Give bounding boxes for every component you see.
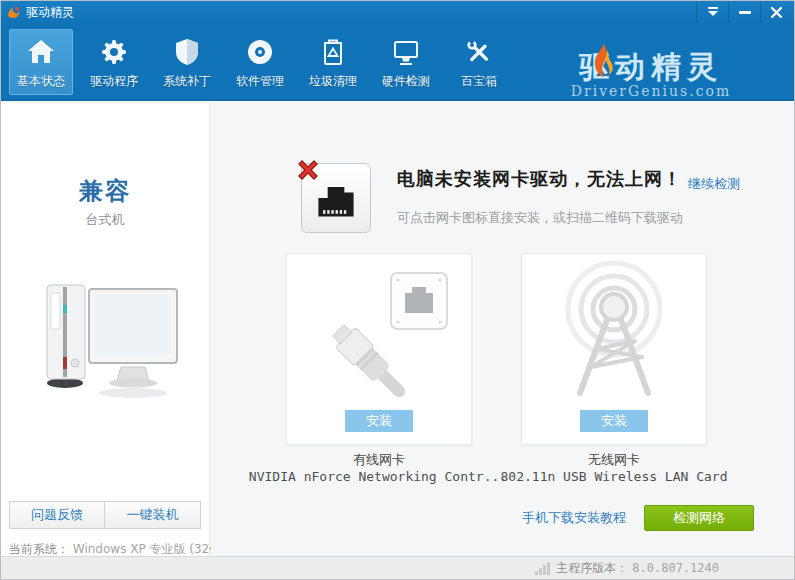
- version-value: 8.0.807.1240: [632, 561, 719, 575]
- system-value: Windows XP 专业版 (32位): [73, 542, 226, 556]
- one-click-setup-button[interactable]: 一键装机: [105, 501, 201, 529]
- minimize-button[interactable]: [728, 1, 760, 23]
- feedback-button[interactable]: 问题反馈: [9, 501, 105, 529]
- navbar: 基本状态 驱动程序: [1, 23, 794, 101]
- minimize-icon: [739, 11, 751, 14]
- tab-label: 百宝箱: [461, 73, 497, 90]
- antenna-tower-image: [522, 256, 706, 406]
- tab-label: 垃圾清理: [309, 73, 357, 90]
- tab-toolbox[interactable]: 百宝箱: [447, 29, 511, 95]
- tab-label: 软件管理: [236, 73, 284, 90]
- menu-chevron-button[interactable]: [696, 1, 728, 23]
- detect-network-button[interactable]: 检测网络: [644, 505, 754, 531]
- error-x-icon: [293, 155, 323, 185]
- brand-flame-icon: [590, 43, 618, 79]
- wireless-card-device: 802.11n USB Wireless LAN Card: [461, 469, 767, 484]
- chevron-down-icon: [707, 7, 719, 17]
- sidebar: 兼容 台式机 问题反馈 一键装机 当前系统： Windows XP 专业版 (3…: [1, 103, 210, 556]
- brand-name: 驱动精灵: [556, 51, 746, 83]
- wired-network-card[interactable]: 安装: [286, 253, 472, 445]
- tab-label: 系统补丁: [163, 73, 211, 90]
- tab-drivers[interactable]: 驱动程序: [82, 29, 146, 95]
- tab-system-patches[interactable]: 系统补丁: [155, 29, 219, 95]
- brand-logo: 驱动精灵 DriverGenius.com: [556, 51, 746, 99]
- signal-bars-icon: [535, 562, 550, 575]
- app-window: 驱动精灵: [0, 0, 795, 580]
- install-wired-button[interactable]: 安装: [345, 410, 413, 432]
- sidebar-buttons: 问题反馈 一键装机: [9, 501, 201, 529]
- desktop-computer-image: [23, 271, 188, 406]
- disc-icon: [243, 35, 277, 69]
- titlebar: 驱动精灵: [1, 1, 794, 23]
- tab-label: 基本状态: [17, 73, 65, 90]
- recycle-bin-icon: [316, 35, 350, 69]
- app-logo-flame-icon: [6, 4, 22, 20]
- close-button[interactable]: [760, 1, 792, 23]
- statusbar: 主程序版本： 8.0.807.1240: [1, 556, 794, 579]
- wireless-card-type: 无线网卡: [494, 451, 734, 469]
- device-type: 台式机: [1, 211, 209, 229]
- gear-icon: [97, 35, 131, 69]
- window-title: 驱动精灵: [26, 4, 74, 21]
- tab-software-manager[interactable]: 软件管理: [228, 29, 292, 95]
- tab-hardware-detect[interactable]: 硬件检测: [374, 29, 438, 95]
- wired-card-type: 有线网卡: [259, 451, 499, 469]
- install-wireless-button[interactable]: 安装: [580, 410, 648, 432]
- tools-icon: [462, 35, 496, 69]
- tutorial-link[interactable]: 手机下载安装教程: [522, 509, 626, 527]
- brand-site: DriverGenius.com: [556, 83, 746, 99]
- compat-status: 兼容: [1, 175, 209, 207]
- nav-tabs: 基本状态 驱动程序: [9, 29, 511, 95]
- shield-icon: [170, 35, 204, 69]
- close-icon: [771, 7, 782, 18]
- alert-subtitle: 可点击网卡图标直接安装，或扫描二维码下载驱动: [397, 209, 683, 227]
- window-controls: [696, 1, 792, 23]
- tab-basic-status[interactable]: 基本状态: [9, 29, 73, 95]
- ethernet-plug-image: [287, 256, 471, 406]
- network-error-icon: [301, 163, 371, 233]
- main-panel: 电脑未安装网卡驱动，无法上网！ 继续检测 可点击网卡图标直接安装，或扫描二维码下…: [211, 103, 794, 556]
- continue-detect-link[interactable]: 继续检测: [688, 175, 740, 193]
- system-label: 当前系统：: [9, 542, 69, 556]
- home-icon: [24, 35, 58, 69]
- main-footer: 手机下载安装教程 检测网络: [522, 505, 754, 531]
- monitor-icon: [389, 35, 423, 69]
- wireless-network-card[interactable]: 安装: [521, 253, 707, 445]
- alert-title: 电脑未安装网卡驱动，无法上网！: [397, 167, 682, 191]
- version-label: 主程序版本：: [556, 560, 628, 577]
- tab-label: 驱动程序: [90, 73, 138, 90]
- tab-junk-cleanup[interactable]: 垃圾清理: [301, 29, 365, 95]
- tab-label: 硬件检测: [382, 73, 430, 90]
